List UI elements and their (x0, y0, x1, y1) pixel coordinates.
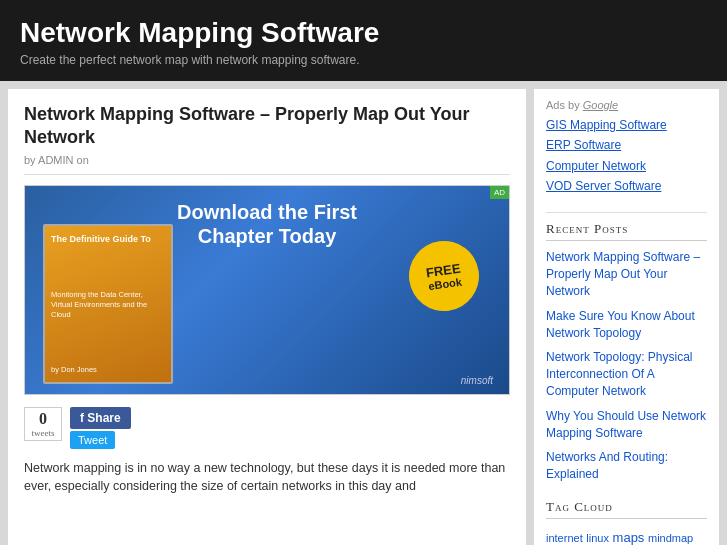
tweet-button[interactable]: Tweet (70, 431, 115, 449)
sidebar-ad-link[interactable]: ERP Software (546, 135, 707, 155)
article-paragraph: Network mapping is in no way a new techn… (24, 459, 510, 497)
recent-post-item[interactable]: Make Sure You Know About Network Topolog… (546, 308, 707, 342)
recent-post-item[interactable]: Network Mapping Software – Properly Map … (546, 249, 707, 299)
article-content: Network mapping is in no way a new techn… (24, 459, 510, 497)
recent-posts-title: Recent Posts (546, 221, 707, 241)
article-meta-text: by ADMIN on (24, 154, 89, 166)
tag-cloud: internet linux maps mindmap network netw… (546, 527, 707, 545)
page-wrapper: Network Mapping Software – Properly Map … (0, 81, 727, 545)
site-tagline: Create the perfect network map with netw… (20, 53, 707, 67)
ad-book: The Definitive Guide To Monitoring the D… (43, 224, 173, 384)
ad-links: GIS Mapping SoftwareERP SoftwareComputer… (546, 115, 707, 197)
recent-post-item[interactable]: Networks And Routing: Explained (546, 449, 707, 483)
ads-provider-name: Google (583, 99, 618, 111)
main-content: Network Mapping Software – Properly Map … (8, 89, 526, 545)
recent-posts-section: Recent Posts Network Mapping Software – … (546, 221, 707, 483)
ad-book-author: by Don Jones (51, 365, 165, 374)
tag-cloud-title: Tag Cloud (546, 499, 707, 519)
ads-provider: Google (583, 99, 618, 111)
ads-by-text: Ads by (546, 99, 580, 111)
ad-book-subtitle: Monitoring the Data Center, Virtual Envi… (51, 290, 165, 319)
tweet-count: 0 (31, 410, 55, 428)
ad-book-title: The Definitive Guide To (51, 234, 165, 246)
tag-item[interactable]: linux (586, 532, 609, 544)
ads-label: Ads by Google (546, 99, 707, 111)
sidebar-ad-link[interactable]: GIS Mapping Software (546, 115, 707, 135)
ad-inner: AD Download the First Chapter Today The … (25, 186, 509, 394)
ad-nimsoft: nimsoft (461, 375, 493, 386)
sidebar: Ads by Google GIS Mapping SoftwareERP So… (534, 89, 719, 545)
ad-corner-tag: AD (490, 186, 509, 199)
sidebar-ad-link[interactable]: VOD Server Software (546, 176, 707, 196)
site-header: Network Mapping Software Create the perf… (0, 0, 727, 81)
recent-post-item[interactable]: Network Topology: Physical Interconnecti… (546, 349, 707, 399)
ad-text-block: Download the First Chapter Today (167, 200, 367, 248)
divider-1 (546, 212, 707, 213)
ad-headline: Download the First Chapter Today (167, 200, 367, 248)
article-title: Network Mapping Software – Properly Map … (24, 103, 510, 150)
share-button[interactable]: f Share (70, 407, 131, 429)
ads-section: Ads by Google GIS Mapping SoftwareERP So… (546, 99, 707, 197)
ad-free-badge: FREE eBook (404, 236, 483, 315)
sidebar-ad-link[interactable]: Computer Network (546, 156, 707, 176)
tag-item[interactable]: internet (546, 532, 583, 544)
tag-item[interactable]: mindmap (648, 532, 693, 544)
article-meta: by ADMIN on (24, 154, 510, 175)
ad-banner[interactable]: AD Download the First Chapter Today The … (24, 185, 510, 395)
social-buttons: 0 tweets f Share Tweet (24, 407, 510, 449)
recent-posts-list: Network Mapping Software – Properly Map … (546, 249, 707, 483)
tweet-label: tweets (31, 428, 55, 438)
tag-item[interactable]: maps (613, 530, 645, 545)
tag-cloud-section: Tag Cloud internet linux maps mindmap ne… (546, 499, 707, 545)
tweet-box: 0 tweets (24, 407, 62, 441)
site-title[interactable]: Network Mapping Software (20, 18, 707, 49)
recent-post-item[interactable]: Why You Should Use Network Mapping Softw… (546, 408, 707, 442)
share-tweet-group: f Share Tweet (70, 407, 131, 449)
